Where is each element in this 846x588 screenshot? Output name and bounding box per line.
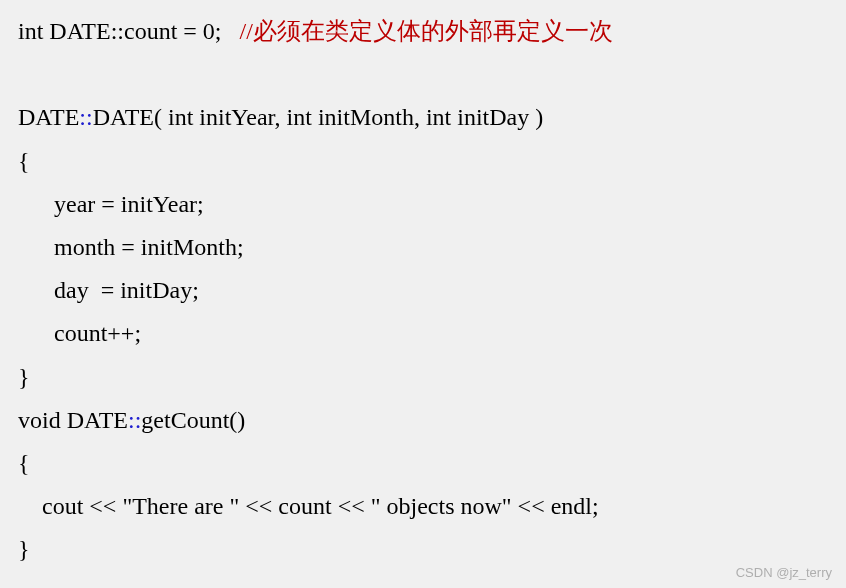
code-line-2: DATE::DATE( int initYear, int initMonth,…	[18, 96, 828, 139]
code-line-12: }	[18, 528, 828, 571]
code-text: }	[18, 364, 30, 390]
code-block: int DATE::count = 0; //必须在类定义体的外部再定义一次 D…	[18, 10, 828, 571]
code-text: int DATE::count = 0;	[18, 18, 240, 44]
code-text: DATE( int initYear, int initMonth, int i…	[93, 104, 544, 130]
code-line-7: count++;	[18, 312, 828, 355]
code-text: DATE	[18, 104, 79, 130]
code-line-6: day = initDay;	[18, 269, 828, 312]
code-text: month = initMonth;	[54, 234, 244, 260]
code-line-4: year = initYear;	[18, 183, 828, 226]
code-line-9: void DATE::getCount()	[18, 399, 828, 442]
watermark: CSDN @jz_terry	[736, 565, 832, 580]
code-text: void DATE	[18, 407, 128, 433]
code-text: count++;	[54, 320, 141, 346]
code-text: cout << "There are " << count << " objec…	[42, 493, 599, 519]
code-line-8: }	[18, 356, 828, 399]
blank-line	[18, 53, 828, 96]
code-text: year = initYear;	[54, 191, 204, 217]
code-line-1: int DATE::count = 0; //必须在类定义体的外部再定义一次	[18, 10, 828, 53]
code-text: day = initDay;	[54, 277, 199, 303]
code-text: getCount()	[141, 407, 245, 433]
code-text: {	[18, 148, 30, 174]
scope-operator: ::	[128, 407, 141, 433]
code-text: {	[18, 450, 30, 476]
code-text: }	[18, 536, 30, 562]
scope-operator: ::	[79, 104, 92, 130]
code-line-3: {	[18, 140, 828, 183]
code-line-10: {	[18, 442, 828, 485]
code-comment: //必须在类定义体的外部再定义一次	[240, 18, 613, 44]
code-line-11: cout << "There are " << count << " objec…	[18, 485, 828, 528]
code-line-5: month = initMonth;	[18, 226, 828, 269]
